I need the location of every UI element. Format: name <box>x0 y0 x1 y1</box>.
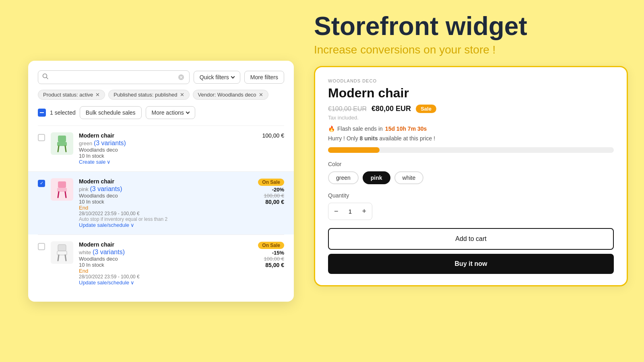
filter-tag-published-close[interactable]: ✕ <box>180 92 184 98</box>
color-swatch-pink[interactable]: pink <box>363 171 390 184</box>
add-to-cart-button[interactable]: Add to cart <box>328 228 614 250</box>
units-label-before: Hurry ! Only <box>328 135 358 142</box>
product-checkbox-pink-wrap <box>38 180 45 187</box>
svg-line-12 <box>65 192 66 197</box>
product-info-white: Modern chair white (3 variants) Woodland… <box>79 241 242 286</box>
more-actions-label: More actions <box>152 109 184 116</box>
color-swatches: green pink white <box>328 171 614 184</box>
product-vendor-pink: Woodlands deco <box>79 193 242 199</box>
product-checkbox-pink[interactable] <box>38 180 45 187</box>
filter-tag-published-label: Published status: published <box>114 92 177 98</box>
svg-line-1 <box>47 77 48 79</box>
svg-line-11 <box>58 192 59 197</box>
discount-pct-white: -15% <box>248 250 284 256</box>
product-row-pink: Modern chair pink (3 variants) Woodlands… <box>28 171 294 234</box>
hero-subtitle: Increase conversions on your store ! <box>314 43 628 56</box>
widget-card: WOODLANDS DECO Modern chair €100,00 EUR … <box>314 66 628 286</box>
search-icon <box>42 73 49 81</box>
product-variants-green[interactable]: (3 variants) <box>94 140 126 146</box>
discount-pct-pink: -20% <box>248 187 284 193</box>
product-checkbox-white[interactable] <box>38 243 45 250</box>
svg-rect-9 <box>58 181 66 188</box>
quantity-row: − 1 + <box>328 203 372 220</box>
bulk-schedule-sales-button[interactable]: Bulk schedule sales <box>80 106 142 119</box>
filter-tag-vendor-label: Vendor: Woodlands deco <box>198 92 256 98</box>
product-checkbox-white-wrap <box>38 243 45 250</box>
widget-tax-label: Tax included. <box>328 115 614 121</box>
units-label-after: available at this price ! <box>380 135 436 142</box>
svg-rect-10 <box>57 188 67 192</box>
search-input[interactable]: chair <box>52 74 174 80</box>
product-info-pink: Modern chair pink (3 variants) Woodlands… <box>79 178 242 228</box>
filter-tag-status-label: Product status: active <box>43 92 93 98</box>
svg-line-16 <box>65 255 66 261</box>
color-swatch-green[interactable]: green <box>328 171 359 184</box>
flash-timer: 15d 10h 7m 30s <box>385 125 427 132</box>
more-actions-button[interactable]: More actions <box>146 106 195 119</box>
quantity-increase-button[interactable]: + <box>356 203 372 220</box>
svg-line-15 <box>58 255 59 261</box>
quantity-decrease-button[interactable]: − <box>328 203 344 220</box>
pricing-row: €100,00 EUR €80,00 EUR Sale <box>328 105 614 113</box>
product-variants-white[interactable]: (3 variants) <box>93 249 125 255</box>
color-swatch-white[interactable]: white <box>394 171 424 184</box>
filter-tag-vendor-close[interactable]: ✕ <box>259 92 263 98</box>
product-checkbox-green-wrap <box>38 134 45 141</box>
filter-tag-status-close[interactable]: ✕ <box>95 92 100 98</box>
sale-date-pink: 28/10/2022 23:59 - 100,00 € <box>79 211 242 216</box>
filter-tag-vendor: Vendor: Woodlands deco ✕ <box>193 90 268 100</box>
select-all-checkbox[interactable] <box>38 109 46 117</box>
product-checkbox-green[interactable] <box>38 134 45 141</box>
update-sale-link-pink[interactable]: Update sale/schedule ∨ <box>79 222 242 228</box>
update-sale-chevron-pink: ∨ <box>130 222 134 228</box>
search-row: chair Quick filters More filters <box>38 70 284 84</box>
product-row-white: Modern chair white (3 variants) Woodland… <box>38 234 284 292</box>
buy-now-button[interactable]: Buy it now <box>328 254 614 274</box>
quick-filters-chevron <box>231 74 235 78</box>
svg-line-7 <box>58 146 59 152</box>
sale-price-white: 85,00 € <box>248 262 284 268</box>
product-color-green: green <box>79 140 94 146</box>
sale-price-pink: 80,00 € <box>248 199 284 205</box>
more-filters-button[interactable]: More filters <box>244 71 284 84</box>
svg-rect-13 <box>58 245 66 251</box>
filter-tag-published: Published status: published ✕ <box>108 90 189 100</box>
color-label: Color <box>328 161 614 167</box>
right-panel: Storefront widget Increase conversions o… <box>314 12 628 350</box>
left-panel: chair Quick filters More filters Product… <box>16 12 306 350</box>
product-image-pink <box>51 178 73 201</box>
product-name-pink: Modern chair <box>79 178 242 185</box>
product-variants-pink[interactable]: (3 variants) <box>90 185 122 192</box>
product-vendor-green: Woodlands deco <box>79 147 242 153</box>
hero-text: Storefront widget Increase conversions o… <box>314 12 628 56</box>
product-stock-white: 10 In stock <box>79 262 242 268</box>
product-price-green: 100,00 € <box>248 132 284 139</box>
flash-sale-label: Flash sale ends in <box>337 125 383 132</box>
product-color-white: white <box>79 249 93 255</box>
product-stock-pink: 10 In stock <box>79 199 242 205</box>
flash-sale-row: 🔥 Flash sale ends in 15d 10h 7m 30s <box>328 125 614 132</box>
create-sale-chevron-green: ∨ <box>107 159 111 165</box>
product-price-col-white: On Sale -15% 100,00 € 85,00 € <box>248 241 284 268</box>
search-input-wrap: chair <box>38 70 190 84</box>
fire-icon: 🔥 <box>328 125 335 132</box>
product-vendor-white: Woodlands deco <box>79 256 242 262</box>
product-price-col-pink: On Sale -20% 100,00 € 80,00 € <box>248 178 284 205</box>
create-sale-link-green[interactable]: Create sale ∨ <box>79 159 242 165</box>
quick-filters-button[interactable]: Quick filters <box>194 71 240 84</box>
product-image-white <box>51 241 73 264</box>
hero-title: Storefront widget <box>314 12 628 40</box>
product-name-white: Modern chair <box>79 241 242 248</box>
svg-rect-14 <box>57 251 67 255</box>
svg-line-8 <box>65 146 66 152</box>
filter-tags: Product status: active ✕ Published statu… <box>38 90 284 100</box>
original-price-white: 100,00 € <box>248 256 284 262</box>
selected-count-label: 1 selected <box>50 109 76 116</box>
update-sale-link-white[interactable]: Update sale/schedule ∨ <box>79 280 242 286</box>
product-row-green: Modern chair green (3 variants) Woodland… <box>38 125 284 171</box>
update-sale-chevron-white: ∨ <box>130 280 134 286</box>
clear-search-button[interactable] <box>177 73 185 81</box>
product-price-col-green: 100,00 € <box>248 132 284 139</box>
units-count: 8 units <box>360 135 378 142</box>
widget-vendor: WOODLANDS DECO <box>328 78 614 83</box>
